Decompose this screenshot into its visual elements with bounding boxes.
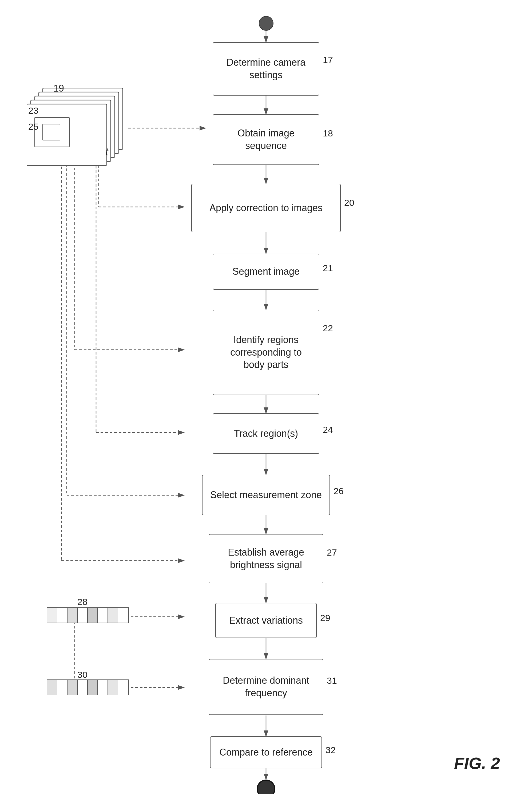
determine-frequency-box: Determine dominantfrequency [209,659,323,715]
identify-regions-box: Identify regionscorresponding tobody par… [213,310,319,395]
identify-regions-label: Identify regionscorresponding tobody par… [230,334,302,371]
label-18: 18 [323,128,333,139]
apply-correction-label: Apply correction to images [209,202,323,215]
signal-strip-28 [47,607,129,623]
label-30: 30 [77,669,88,680]
label-32: 32 [325,745,336,755]
determine-camera-box: Determine camerasettings [213,42,319,96]
apply-correction-box: Apply correction to images [191,184,341,232]
compare-reference-label: Compare to reference [219,746,313,759]
signal-strip-30 [47,680,129,695]
end-circle [256,780,276,794]
label-21: 21 [323,263,333,273]
svg-rect-33 [27,104,107,166]
fig-label: FIG. 2 [454,754,500,773]
label-29: 29 [320,613,330,623]
extract-variations-label: Extract variations [229,614,303,627]
extract-variations-box: Extract variations [215,603,317,638]
label-20: 20 [344,198,354,208]
label-27: 27 [327,547,337,558]
label-25: 25 [28,122,38,132]
diagram: Determine camerasettings 17 Obtain image… [0,0,532,794]
determine-frequency-label: Determine dominantfrequency [223,675,309,700]
image-stack-svg [27,88,131,171]
label-22: 22 [323,323,333,333]
segment-image-box: Segment image [213,254,319,290]
track-regions-box: Track region(s) [213,413,319,454]
label-28: 28 [77,597,88,607]
select-measurement-box: Select measurement zone [202,475,330,515]
obtain-image-label: Obtain imagesequence [238,127,294,152]
label-26: 26 [334,486,344,496]
start-circle [259,16,273,31]
label-24: 24 [323,425,333,435]
determine-camera-label: Determine camerasettings [227,56,305,81]
obtain-image-box: Obtain imagesequence [213,114,319,165]
label-t: t [106,146,108,158]
track-regions-label: Track region(s) [234,427,298,440]
segment-image-label: Segment image [232,265,300,278]
label-17: 17 [323,55,333,65]
establish-brightness-box: Establish averagebrightness signal [209,534,323,583]
label-19: 19 [53,83,64,94]
compare-reference-box: Compare to reference [210,736,322,768]
establish-brightness-label: Establish averagebrightness signal [228,546,304,571]
select-measurement-label: Select measurement zone [210,489,322,501]
label-31: 31 [327,676,337,686]
image-stack [27,88,131,172]
label-23: 23 [28,106,38,116]
